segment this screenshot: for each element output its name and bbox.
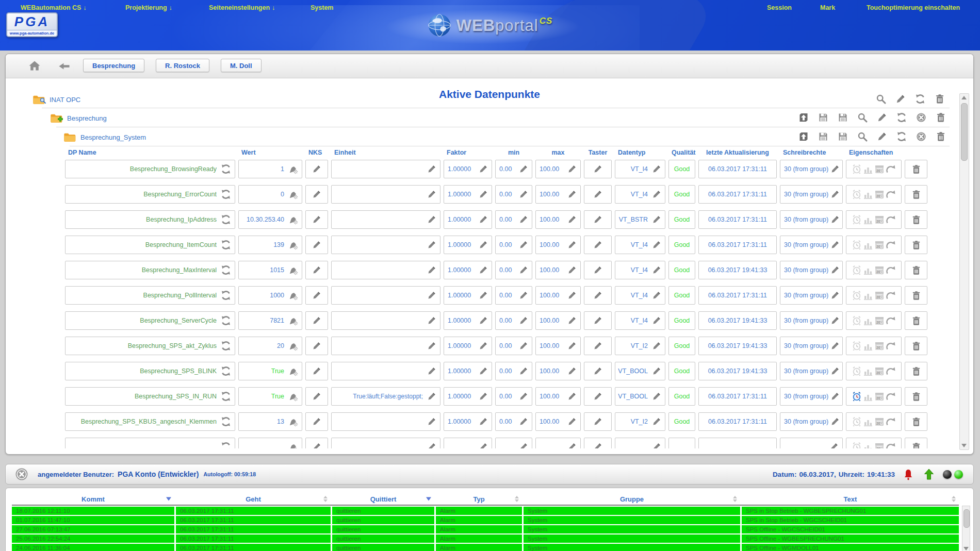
pen-edit-icon[interactable]: [288, 215, 298, 225]
pencil-icon[interactable]: [830, 366, 840, 376]
nav-projektierung[interactable]: Projektierung↓: [125, 4, 172, 11]
calendar-icon[interactable]: 20: [874, 315, 885, 326]
tree-label[interactable]: INAT OPC: [50, 96, 80, 104]
delete-icon[interactable]: [911, 190, 921, 199]
pencil-icon[interactable]: [593, 240, 602, 249]
alarm-col-header[interactable]: Kommt: [12, 493, 174, 505]
pencil-icon[interactable]: [652, 164, 661, 174]
delete-icon[interactable]: [935, 131, 946, 142]
rostock-button[interactable]: R. Rostock: [156, 59, 209, 72]
delete-icon[interactable]: [911, 316, 921, 326]
pencil-icon[interactable]: [312, 442, 321, 448]
pencil-icon[interactable]: [519, 417, 528, 426]
pencil-icon[interactable]: [830, 392, 840, 401]
refresh-icon[interactable]: [221, 366, 231, 376]
pencil-icon[interactable]: [519, 366, 528, 376]
pencil-icon[interactable]: [567, 215, 577, 224]
chart-icon[interactable]: [863, 416, 873, 427]
pencil-icon[interactable]: [567, 164, 577, 174]
pencil-icon[interactable]: [652, 316, 661, 325]
scroll-top-arrow-icon[interactable]: [924, 469, 934, 480]
delete-icon[interactable]: [911, 392, 921, 402]
chart-icon[interactable]: [863, 391, 873, 402]
alarm-clock-icon[interactable]: [852, 442, 862, 448]
pencil-icon[interactable]: [312, 164, 321, 174]
pencil-icon[interactable]: [830, 190, 840, 199]
delete-icon[interactable]: [911, 240, 921, 250]
pen-edit-icon[interactable]: [288, 164, 298, 174]
pencil-icon[interactable]: [567, 265, 577, 275]
search-icon[interactable]: [857, 112, 868, 123]
pencil-icon[interactable]: [829, 442, 839, 448]
pencil-icon[interactable]: [519, 215, 528, 224]
redo-icon[interactable]: [886, 416, 896, 427]
delete-icon[interactable]: [911, 417, 921, 427]
pen-edit-icon[interactable]: [288, 240, 298, 250]
pencil-icon[interactable]: [652, 341, 661, 350]
pen-edit-icon[interactable]: [288, 341, 298, 351]
pencil-icon[interactable]: [427, 265, 436, 275]
calendar-icon[interactable]: 20: [874, 366, 885, 376]
pencil-icon[interactable]: [830, 240, 840, 249]
search-icon[interactable]: [857, 131, 868, 142]
nav-system[interactable]: System: [311, 4, 333, 11]
alarm-clock-icon[interactable]: [852, 366, 862, 376]
export-icon[interactable]: [798, 112, 809, 123]
pencil-icon[interactable]: [567, 442, 577, 448]
calendar-icon[interactable]: 20: [874, 189, 885, 199]
pencil-icon[interactable]: [876, 112, 888, 123]
pencil-icon[interactable]: [567, 240, 577, 249]
chart-icon[interactable]: [863, 265, 873, 275]
alarm-col-header[interactable]: Quittiert: [332, 493, 434, 505]
home-icon[interactable]: [28, 60, 41, 71]
pencil-icon[interactable]: [427, 341, 436, 350]
tree-node-besprechung[interactable]: Besprechung: [50, 112, 107, 124]
pencil-icon[interactable]: [652, 190, 661, 199]
pencil-icon[interactable]: [519, 265, 528, 275]
chart-icon[interactable]: [863, 189, 873, 199]
calendar-icon[interactable]: 20: [874, 214, 885, 225]
nav-session[interactable]: Session: [767, 4, 792, 11]
pencil-icon[interactable]: [519, 316, 528, 325]
pencil-icon[interactable]: [593, 316, 602, 325]
refresh-icon[interactable]: [221, 416, 231, 427]
pencil-icon[interactable]: [567, 316, 577, 325]
pencil-icon[interactable]: [479, 240, 488, 249]
pen-edit-icon[interactable]: [288, 366, 298, 376]
calendar-icon[interactable]: 20: [874, 442, 885, 448]
table-scrollbar[interactable]: [959, 93, 969, 450]
pencil-icon[interactable]: [593, 442, 602, 448]
pencil-icon[interactable]: [479, 265, 488, 275]
chart-icon[interactable]: [863, 240, 873, 250]
export-icon[interactable]: [798, 131, 809, 142]
alarm-row[interactable]: 24.06.2016 11:36:0406.03.2017 17:31:11qu…: [12, 544, 959, 551]
refresh-icon[interactable]: [221, 214, 231, 225]
pencil-icon[interactable]: [652, 291, 661, 300]
calendar-icon[interactable]: 20: [874, 341, 885, 351]
chart-icon[interactable]: [863, 290, 873, 300]
alarm-col-header[interactable]: Typ: [436, 493, 522, 505]
alarm-row[interactable]: 27.06.2016 07:13:4706.03.2017 17:31:11qu…: [12, 525, 959, 533]
pencil-icon[interactable]: [652, 215, 661, 224]
pencil-icon[interactable]: [427, 190, 436, 199]
pencil-icon[interactable]: [312, 341, 321, 350]
pencil-icon[interactable]: [427, 164, 436, 174]
search-icon[interactable]: [875, 93, 887, 105]
nav-webautomation-cs[interactable]: WEBautomation CS↓: [21, 4, 87, 11]
pencil-icon[interactable]: [830, 164, 840, 174]
pencil-icon[interactable]: [830, 265, 840, 275]
pencil-icon[interactable]: [312, 417, 321, 426]
pencil-icon[interactable]: [519, 240, 528, 249]
pen-edit-icon[interactable]: [288, 265, 298, 275]
calendar-icon[interactable]: 20: [874, 391, 885, 402]
chart-icon[interactable]: [863, 214, 873, 225]
pencil-icon[interactable]: [479, 341, 488, 350]
pencil-icon[interactable]: [652, 240, 661, 249]
alarm-clock-icon[interactable]: [852, 391, 862, 402]
save-icon[interactable]: [837, 112, 848, 123]
refresh-icon[interactable]: [221, 391, 231, 402]
pencil-icon[interactable]: [479, 442, 488, 448]
pencil-icon[interactable]: [479, 316, 488, 325]
pencil-icon[interactable]: [567, 190, 577, 199]
pencil-icon[interactable]: [519, 164, 528, 174]
